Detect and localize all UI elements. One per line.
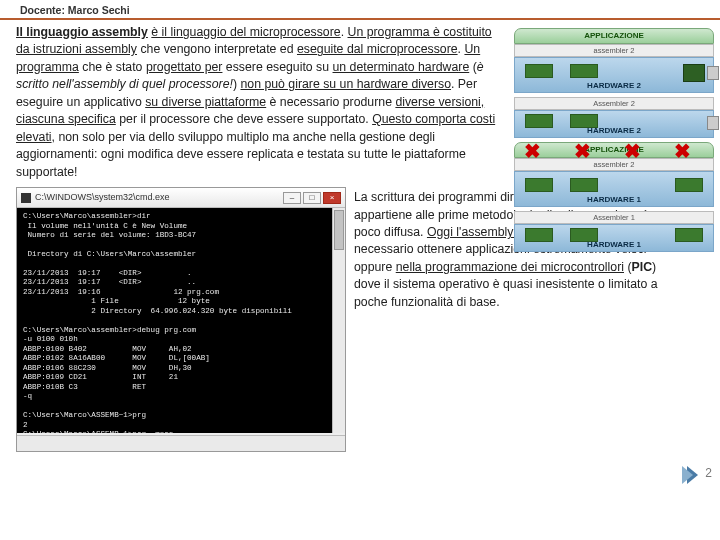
hardware-diagram: APPLICAZIONE assembler 2 HARDWARE 2 Asse… — [514, 28, 714, 256]
cross-icon: ✖ — [574, 139, 591, 163]
diagram-hw-1: HARDWARE 2 — [514, 57, 714, 93]
diagram-hw-2b: HARDWARE 1 — [514, 224, 714, 252]
diagram-asm-label: assembler 2 — [514, 44, 714, 57]
diagram-hw-label: HARDWARE 1 — [515, 240, 713, 249]
next-chevron-icon[interactable] — [687, 466, 698, 484]
chip-icon — [683, 64, 705, 82]
diagram-hw-label: HARDWARE 1 — [515, 195, 713, 204]
port-icon — [707, 66, 719, 80]
diagram-hw-label: HARDWARE 2 — [515, 126, 713, 135]
diagram-block-1b: Assembler 2 HARDWARE 2 — [514, 97, 714, 138]
diagram-block-2: APPLICAZIONE assembler 2 HARDWARE 1 ✖ ✖ … — [514, 142, 714, 207]
terminal-scrollbar-horizontal[interactable] — [17, 435, 345, 451]
diagram-asm-label: Assembler 2 — [514, 97, 714, 110]
chip-icon — [570, 64, 598, 78]
cross-icon: ✖ — [624, 139, 641, 163]
chip-icon — [570, 178, 598, 192]
diagram-asm-label: Assembler 1 — [514, 211, 714, 224]
diagram-block-2b: Assembler 1 HARDWARE 1 — [514, 211, 714, 252]
cross-icon: ✖ — [674, 139, 691, 163]
diagram-app-label: APPLICAZIONE — [514, 28, 714, 44]
chip-icon — [525, 178, 553, 192]
terminal-window: C:\WINDOWS\system32\cmd.exe – □ × C:\Use… — [16, 187, 346, 452]
diagram-block-1: APPLICAZIONE assembler 2 HARDWARE 2 — [514, 28, 714, 93]
scrollbar-thumb[interactable] — [334, 210, 344, 250]
minimize-button[interactable]: – — [283, 192, 301, 204]
diagram-hw-2: HARDWARE 1 — [514, 171, 714, 207]
terminal-body: C:\Users\Marco\assembler>dir Il volume n… — [17, 208, 345, 433]
chip-icon — [525, 64, 553, 78]
close-button[interactable]: × — [323, 192, 341, 204]
cmd-icon — [21, 193, 31, 203]
diagram-hw-1b: HARDWARE 2 — [514, 110, 714, 138]
page-number: 2 — [705, 466, 712, 480]
terminal-title: C:\WINDOWS\system32\cmd.exe — [35, 191, 283, 204]
maximize-button[interactable]: □ — [303, 192, 321, 204]
terminal-titlebar: C:\WINDOWS\system32\cmd.exe – □ × — [17, 188, 345, 208]
cross-icon: ✖ — [524, 139, 541, 163]
diagram-hw-label: HARDWARE 2 — [515, 81, 713, 90]
terminal-scrollbar-vertical[interactable] — [332, 208, 345, 433]
chip-icon — [675, 178, 703, 192]
paragraph-1: Il linguaggio assembly è il linguaggio d… — [16, 24, 506, 181]
header-docente: Docente: Marco Sechi — [0, 0, 720, 20]
